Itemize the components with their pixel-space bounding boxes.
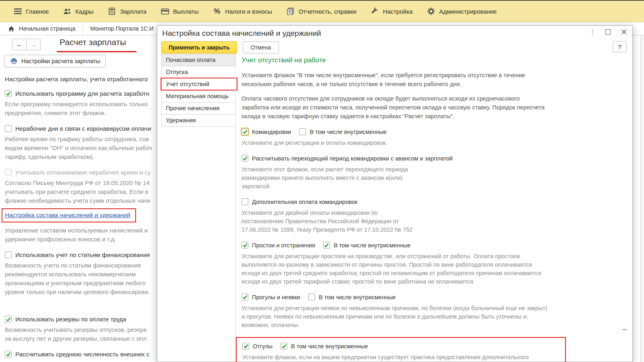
checkbox-checked[interactable] <box>5 351 12 358</box>
checkbox-unchecked[interactable] <box>308 294 315 300</box>
option-description: Установите для регистрации и оплаты кома… <box>242 139 626 147</box>
bg-option-label: Учитывать оплачиваемое нерабочее время и… <box>15 169 151 176</box>
menu-item-6[interactable]: Отчетность, справки <box>287 7 356 15</box>
checkbox-unchecked[interactable] <box>5 169 12 176</box>
checkbox-label: Дополнительная оплата командировок <box>252 199 357 205</box>
checkbox-row: Простои и отстраненияВ том числе внутрис… <box>242 242 626 249</box>
option-section: Прогулы и неявкиВ том числе внутрисменны… <box>242 294 626 329</box>
cancel-button[interactable]: Отмена <box>243 41 279 53</box>
history-nav: ← → <box>12 39 41 50</box>
menu-item-label: Главное <box>26 8 49 15</box>
home-icon <box>7 25 15 33</box>
checkbox-label: В том числе внутрисменные <box>319 294 396 300</box>
annotation-box-link: Настройка состава начислений и удержаний <box>2 208 136 222</box>
option-section: Дополнительная оплата командировокУстано… <box>242 198 626 234</box>
intro-paragraph: Оплата часового отсутствия для сотрудник… <box>242 94 626 121</box>
bg-option-label: Использовать программу для расчета зараб… <box>15 90 149 97</box>
page-title: Расчет зарплаты <box>60 37 126 47</box>
menu-item-label: Выплаты <box>173 8 198 15</box>
tab-home[interactable]: Начальная страница <box>0 22 83 35</box>
checkbox-row: ОтгулыВ том числе внутрисменные <box>242 343 559 350</box>
back-button[interactable]: ← <box>12 39 27 50</box>
hamburger-icon <box>14 7 22 15</box>
dialog-nav-item-5[interactable]: Прочие начисления <box>162 103 235 115</box>
checkbox-checked[interactable] <box>242 294 248 300</box>
option-description: Установите флажок, если на вашем предпри… <box>242 353 559 362</box>
dialog-nav-item-3[interactable]: Учет отсутствий <box>162 78 235 90</box>
checkbox-option[interactable]: В том числе внутрисменные <box>308 294 396 300</box>
option-section: Рассчитывать переходящий период командир… <box>242 155 626 191</box>
checkbox-option[interactable]: В том числе внутрисменные <box>281 343 368 350</box>
checkbox-option[interactable]: Отгулы <box>242 343 272 350</box>
dialog-nav-item-2[interactable]: Отпуска <box>162 66 235 78</box>
checkbox-option[interactable]: Рассчитывать переходящий период командир… <box>242 155 453 162</box>
checkbox-checked[interactable] <box>242 128 248 135</box>
dialog-nav-item-6[interactable]: Удержания <box>162 115 235 127</box>
menu-item-5[interactable]: %Налоги и взносы <box>213 7 272 15</box>
app-window: { "colors":{"menu_bar":"#f6e8a2","annota… <box>0 0 644 362</box>
checkbox-checked[interactable] <box>242 155 248 162</box>
maximize-icon[interactable] <box>605 29 611 35</box>
print-settings-button[interactable]: Настройки расчета зарплаты <box>4 55 106 68</box>
checkbox-unchecked[interactable] <box>299 128 306 135</box>
wrench-icon <box>371 7 379 15</box>
accruals-settings-link[interactable]: Настройка состава начислений и удержаний <box>5 212 130 218</box>
menu-item-label: Налоги и взносы <box>225 8 272 15</box>
checkbox-row: КомандировкиВ том числе внутрисменные <box>242 128 626 135</box>
option-description: Установите этот флажок, если расчет пере… <box>242 165 626 191</box>
dialog-nav-item-4[interactable]: Материальная помощь <box>162 90 235 103</box>
checkbox-option[interactable]: Прогулы и неявки <box>242 294 300 300</box>
intro-paragraph: Установите флажок "В том числе внутрисме… <box>242 71 626 88</box>
menu-item-2[interactable]: Кадры <box>63 7 93 15</box>
absence-settings-content: Учет отсутствий на работе Установите фла… <box>242 54 626 362</box>
printer-icon <box>10 57 18 65</box>
menu-item-label: Администрирование <box>439 8 497 15</box>
print-settings-label: Настройки расчета зарплаты <box>21 58 100 64</box>
checkbox-option[interactable]: Дополнительная оплата командировок <box>242 198 357 205</box>
checkbox-unchecked[interactable] <box>5 251 12 258</box>
calculator-icon <box>108 7 116 15</box>
dialog-nav-item-1[interactable]: Почасовая оплата <box>162 54 235 66</box>
checkbox-checked[interactable] <box>5 316 12 323</box>
menu-item-3[interactable]: Зарплата <box>108 7 147 15</box>
checkbox-option[interactable]: Командировки <box>242 128 291 135</box>
people-icon <box>63 7 71 15</box>
more-icon[interactable]: ⋮ <box>589 28 596 35</box>
window-scrollbar-strip[interactable] <box>640 35 644 362</box>
checkbox-checked[interactable] <box>281 343 287 350</box>
menu-item-label: Отчетность, справки <box>299 8 356 15</box>
close-icon[interactable]: × <box>620 29 627 35</box>
option-description: Установите для двойной оплаты командиров… <box>242 209 626 234</box>
nav-content-divider <box>235 54 236 362</box>
checkbox-checked[interactable] <box>242 242 248 249</box>
menu-item-1[interactable]: Главное <box>14 7 49 15</box>
menu-item-label: Настройка <box>383 8 413 15</box>
accruals-deductions-dialog: Настройка состава начислений и удержаний… <box>157 25 633 362</box>
checkbox-row: Прогулы и неявкиВ том числе внутрисменны… <box>242 294 626 300</box>
checkbox-label: Простои и отстранения <box>252 242 315 249</box>
checkbox-checked[interactable] <box>5 90 12 97</box>
checkbox-unchecked[interactable] <box>5 125 12 132</box>
checkbox-checked[interactable] <box>242 343 249 350</box>
menu-item-4[interactable]: Выплаты <box>161 7 198 15</box>
menu-item-7[interactable]: Настройка <box>371 7 413 15</box>
report-icon <box>287 7 295 15</box>
dialog-section-nav: Почасовая оплатаОтпускаУчет отсутствийМа… <box>161 54 236 127</box>
checkbox-option[interactable]: В том числе внутрисменные <box>299 128 386 135</box>
tab-monitor-portal[interactable]: Монитор Портала 1С:И <box>83 22 161 35</box>
menu-item-8[interactable]: Администрирование <box>427 7 497 15</box>
scrollbar-thumb[interactable] <box>622 329 627 330</box>
checkbox-label: Командировки <box>252 129 291 135</box>
checkbox-checked[interactable] <box>323 242 330 249</box>
dialog-title: Настройка состава начислений и удержаний <box>162 29 321 38</box>
checkbox-unchecked[interactable] <box>242 198 248 205</box>
menu-item-label: Зарплата <box>120 8 147 15</box>
apply-and-close-button[interactable]: Применить и закрыть <box>161 41 237 53</box>
checkbox-option[interactable]: Простои и отстранения <box>242 242 315 249</box>
checkbox-option[interactable]: В том числе внутрисменные <box>323 242 411 249</box>
forward-button[interactable]: → <box>27 39 41 50</box>
help-button[interactable]: ? <box>613 41 627 52</box>
bg-option-label: Нерабочие дни в связи с коронавирусом оп… <box>15 125 151 132</box>
percent-icon: % <box>213 7 221 15</box>
bg-option-label: Использовать резервы по оплате труда <box>15 316 126 323</box>
